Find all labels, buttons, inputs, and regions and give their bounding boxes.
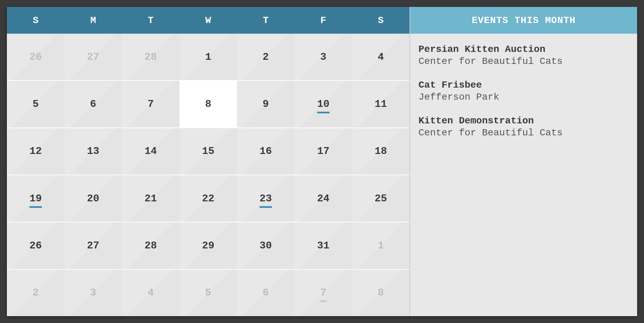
calendar-day-cell[interactable]: 12 (7, 128, 65, 175)
day-number: 26 (30, 240, 42, 252)
day-of-week-sun: S (7, 7, 65, 34)
calendar-day-cell[interactable]: 5 (7, 81, 65, 127)
day-number: 4 (378, 51, 384, 63)
calendar-day-cell[interactable]: 14 (122, 128, 180, 175)
day-number: 5 (33, 98, 39, 110)
calendar-day-cell[interactable]: 3 (295, 34, 352, 80)
event-location: Center for Beautiful Cats (418, 55, 629, 67)
calendar-day-cell[interactable]: 16 (237, 128, 295, 175)
day-number: 24 (317, 193, 330, 204)
day-number: 3 (320, 51, 326, 63)
event-title: Persian Kitten Auction (418, 43, 629, 55)
calendar-day-cell[interactable]: 18 (352, 128, 410, 175)
day-number: 9 (263, 98, 269, 110)
calendar-day-cell[interactable]: 6 (65, 81, 122, 127)
calendar-row: 19202122232425 (7, 175, 410, 222)
calendar-day-cell[interactable]: 22 (180, 175, 237, 222)
calendar-day-cell[interactable]: 11 (352, 81, 410, 127)
calendar-day-cell[interactable]: 25 (352, 175, 410, 222)
calendar-day-cell[interactable]: 10 (295, 81, 352, 127)
calendar-day-cell[interactable]: 28 (122, 34, 180, 80)
day-number: 18 (375, 145, 387, 157)
event-title: Kitten Demonstration (418, 115, 629, 127)
event-item[interactable]: Persian Kitten AuctionCenter for Beautif… (418, 43, 629, 67)
day-number: 2 (33, 287, 39, 299)
calendar-day-cell[interactable]: 4 (352, 34, 410, 80)
day-number: 27 (87, 51, 99, 63)
day-number: 21 (145, 193, 157, 204)
calendar-day-cell[interactable]: 17 (295, 128, 352, 175)
calendar-day-cell[interactable]: 21 (122, 175, 180, 222)
event-item[interactable]: Cat FrisbeeJefferson Park (418, 79, 629, 103)
day-of-week-wed: W (180, 7, 237, 34)
day-number: 26 (30, 51, 42, 63)
event-title: Cat Frisbee (418, 79, 629, 91)
day-number: 1 (205, 51, 211, 63)
calendar-day-cell[interactable]: 8 (180, 81, 237, 127)
day-number: 13 (87, 145, 99, 157)
day-number: 31 (317, 240, 330, 252)
day-of-week-sat: S (352, 7, 410, 34)
day-number: 30 (260, 240, 272, 252)
day-number: 2 (263, 51, 269, 63)
day-number: 20 (87, 193, 99, 204)
day-number: 16 (260, 145, 272, 157)
calendar-day-cell[interactable]: 7 (295, 270, 352, 316)
calendar-day-cell[interactable]: 4 (122, 270, 180, 316)
calendar-day-cell[interactable]: 28 (122, 222, 180, 269)
calendar-row: 12131415161718 (7, 128, 410, 175)
day-number: 8 (378, 287, 384, 299)
calendar-day-cell[interactable]: 20 (65, 175, 122, 222)
calendar-day-cell[interactable]: 24 (295, 175, 352, 222)
calendar-day-cell[interactable]: 27 (65, 222, 122, 269)
calendar-body: 2627281234567891011121314151617181920212… (7, 34, 410, 316)
calendar-day-cell[interactable]: 27 (65, 34, 122, 80)
calendar-day-cell[interactable]: 26 (7, 34, 65, 80)
calendar-row: 2345678 (7, 270, 410, 316)
calendar-day-cell[interactable]: 31 (295, 222, 352, 269)
calendar-day-cell[interactable]: 23 (237, 175, 295, 222)
calendar-day-cell[interactable]: 3 (65, 270, 122, 316)
day-number: 22 (202, 193, 215, 204)
day-number: 11 (375, 98, 387, 110)
day-number: 1 (378, 240, 384, 252)
calendar-days-header: S M T W T F S (7, 7, 410, 34)
calendar-day-cell[interactable]: 1 (352, 222, 410, 269)
calendar-widget: S M T W T F S 26272812345678910111213141… (7, 7, 637, 316)
calendar-row: 567891011 (7, 81, 410, 128)
calendar-day-cell[interactable]: 19 (7, 175, 65, 222)
calendar-grid: S M T W T F S 26272812345678910111213141… (7, 7, 410, 316)
day-number: 25 (375, 193, 387, 204)
event-location: Center for Beautiful Cats (418, 127, 629, 139)
calendar-day-cell[interactable]: 13 (65, 128, 122, 175)
calendar-day-cell[interactable]: 30 (237, 222, 295, 269)
calendar-day-cell[interactable]: 1 (180, 34, 237, 80)
calendar-day-cell[interactable]: 8 (352, 270, 410, 316)
day-number: 27 (87, 240, 99, 252)
events-header: EVENTS THIS MONTH (410, 7, 637, 34)
day-number: 3 (90, 287, 96, 299)
calendar-row: 2627282930311 (7, 222, 410, 269)
calendar-day-cell[interactable]: 2 (7, 270, 65, 316)
events-panel: EVENTS THIS MONTH Persian Kitten Auction… (410, 7, 637, 316)
calendar-day-cell[interactable]: 2 (237, 34, 295, 80)
day-number: 19 (30, 193, 42, 204)
day-number: 28 (145, 51, 157, 63)
day-number: 17 (317, 145, 330, 157)
calendar-day-cell[interactable]: 26 (7, 222, 65, 269)
day-number: 12 (30, 145, 42, 157)
event-item[interactable]: Kitten DemonstrationCenter for Beautiful… (418, 115, 629, 139)
calendar-day-cell[interactable]: 5 (180, 270, 237, 316)
calendar-day-cell[interactable]: 29 (180, 222, 237, 269)
day-number: 6 (263, 287, 269, 299)
day-number: 29 (202, 240, 215, 252)
calendar-day-cell[interactable]: 15 (180, 128, 237, 175)
calendar-day-cell[interactable]: 6 (237, 270, 295, 316)
calendar-day-cell[interactable]: 7 (122, 81, 180, 127)
day-of-week-mon: M (65, 7, 122, 34)
calendar-day-cell[interactable]: 9 (237, 81, 295, 127)
events-list: Persian Kitten AuctionCenter for Beautif… (410, 34, 637, 160)
day-of-week-thu: T (237, 7, 295, 34)
day-of-week-tue: T (122, 7, 180, 34)
day-number: 7 (320, 287, 326, 299)
